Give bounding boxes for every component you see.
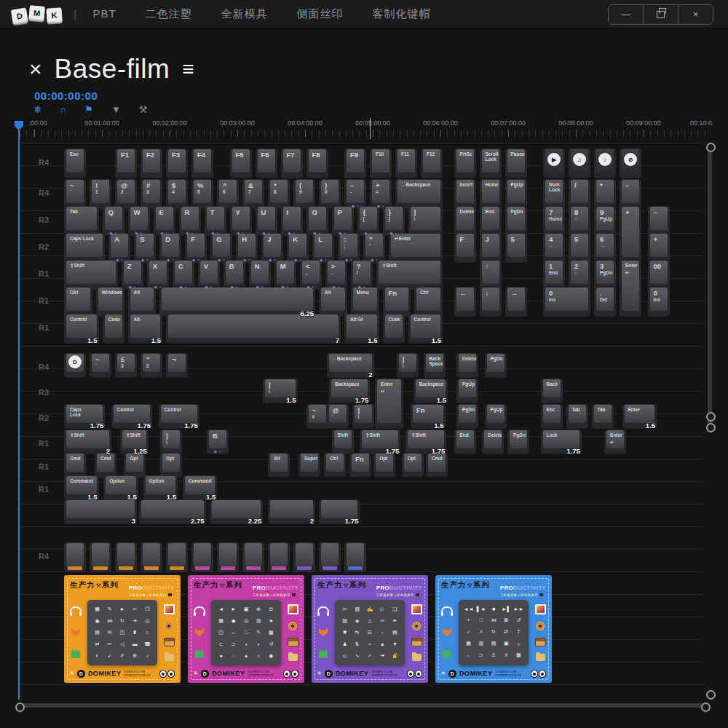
snack-icon (412, 622, 421, 630)
scroll-handle[interactable] (706, 423, 716, 432)
key-/: / (569, 179, 590, 208)
key-X: X◆ ▪ (147, 260, 169, 289)
card-header: 生产力⚒系列PRODUCTIVITY工欲善其事☺必先利其器 (70, 580, 175, 598)
key-|: |\ (397, 353, 419, 377)
key-Enter: Enter1.5 (622, 404, 657, 428)
close-button[interactable]: × (678, 5, 713, 24)
card-right-icons (287, 601, 298, 665)
key-blank: 2.25 (210, 499, 264, 523)
sequence-close-icon[interactable]: × (29, 58, 42, 80)
key-F10: F10 (370, 149, 392, 178)
key-Alt: Alt (128, 287, 157, 316)
logo-keycap: D (11, 7, 28, 24)
brand-name: DOMIKEY (88, 670, 122, 677)
card-footer: ✳DDOMIKEYDOMIKEY.COM DOMIKEY.COM.CN (441, 670, 546, 678)
eyes-icon (283, 670, 298, 678)
key-blank (115, 542, 137, 571)
key-Control: Control1.5 (64, 314, 99, 343)
ruler-timestamp: 00:01:00:00 (84, 119, 119, 127)
topbar: D M K | PBT二色注塑全新模具侧面丝印客制化键帽 — × (0, 0, 728, 29)
key-PgUp: PgUp (485, 404, 507, 428)
key-@: @2 (115, 179, 137, 208)
topbar-menu: PBT二色注塑全新模具侧面丝印客制化键帽 (92, 7, 430, 21)
topbar-divider: | (74, 7, 76, 22)
snowflake-icon[interactable]: ❄ (33, 105, 41, 114)
key-Fn: Fn1.5 (411, 404, 446, 428)
timeline-marker (370, 118, 371, 139)
key-→: → (505, 287, 527, 316)
key-O: O◆ ▪ (306, 206, 328, 235)
card-subtitle: 工欲善其事☺必先利其器 (500, 593, 546, 598)
key-F7: F7 (281, 149, 303, 178)
shield-icon[interactable]: ▼ (111, 105, 121, 114)
key-Option: Option1.5 (143, 475, 178, 499)
card-footer: ✳DDOMIKEYDOMIKEY.COM DOMIKEY.COM.CN (194, 670, 298, 678)
key-Num-Lock: Num Lock (543, 179, 565, 208)
key-Scroll-Lock: Scroll Lock (480, 149, 502, 178)
timecode[interactable]: 00:00:00:00 (34, 90, 98, 102)
product-card: 生产力⚒系列PRODUCTIVITY工欲善其事☺必先利其器▦✎►✂❐◉⋈↻➔◎▤… (64, 575, 181, 683)
fox-icon (71, 628, 81, 636)
key-Tab: Tab (592, 404, 614, 428)
key-0: 0Ins (543, 287, 590, 316)
key-A: A◆ ▪ (108, 233, 130, 262)
track-label: R3 (31, 215, 57, 224)
menu-item[interactable]: PBT (92, 7, 116, 21)
track-label: R1 (31, 269, 57, 278)
scroll-handle[interactable] (706, 143, 716, 152)
ruler-timestamp: 00:08:00:00 (558, 119, 593, 127)
headphones-icon (317, 606, 329, 614)
key-Ctrl: Ctrl (414, 287, 443, 316)
key-2: 2↓ (569, 260, 590, 289)
menu-item[interactable]: 客制化键帽 (373, 7, 431, 21)
flag-icon[interactable]: ⚑ (84, 105, 93, 114)
key-): )0 (319, 179, 341, 208)
tool-icon: ⚒ (96, 582, 101, 589)
timeline-ruler[interactable]: :00:0000:01:00:0000:02:00:0000:03:00:000… (0, 116, 728, 140)
ruler-timestamp: :00:00 (28, 119, 47, 127)
eyes-icon (159, 670, 175, 678)
minimize-button[interactable]: — (609, 5, 643, 24)
brand-name: DOMIKEY (212, 670, 245, 677)
track-label: R4 (31, 363, 57, 371)
magnet-icon[interactable]: ∩ (60, 105, 66, 114)
ruler-timestamp: 00:02:00:00 (152, 119, 187, 127)
key-Enter: Enter↵ (375, 379, 403, 428)
sparkle-icon: ✳ (317, 670, 322, 676)
wrench-icon[interactable]: ⚒ (139, 105, 148, 114)
menu-item[interactable]: 全新模具 (221, 7, 268, 21)
window-controls: — × (608, 4, 713, 25)
key-": "'◆ ▪ (363, 233, 385, 262)
snack-icon (536, 622, 545, 630)
scroll-handle[interactable] (706, 412, 716, 422)
scroll-handle[interactable] (701, 703, 711, 712)
chest-icon (288, 638, 298, 646)
menu-item[interactable]: 二色注塑 (146, 7, 192, 21)
menu-item[interactable]: 侧面丝印 (297, 7, 344, 21)
key-Pause: Pause (505, 149, 527, 178)
card-brand-block: PRODUCTIVITY工欲善其事☺必先利其器 (500, 580, 546, 598)
key-blank (191, 542, 213, 571)
product-card: 生产力⚒系列PRODUCTIVITY工欲善其事☺必先利其器◄►▣⊕⊖▦◆◎▥★◫… (188, 575, 304, 683)
fox-icon (319, 628, 328, 636)
brand-urls: DOMIKEY.COM DOMIKEY.COM.CN (124, 670, 150, 677)
scroll-handle[interactable] (706, 690, 716, 700)
key-M: M◆ ▪ (274, 260, 296, 289)
scroll-handle[interactable] (15, 703, 25, 712)
horizontal-scrollbar[interactable] (18, 703, 706, 708)
icon-grid: ◄►▣⊕⊖▦◆◎▥★◫↔□✎▩⊂⊃◖◗↺●◌▲⌂◉ (211, 600, 281, 665)
eyes-icon (407, 670, 422, 678)
key-+: +=◆ ▪ (370, 179, 392, 208)
vertical-scrollbar[interactable] (708, 143, 712, 427)
key-⇧Shift: ⇧Shift1.75 (405, 430, 446, 454)
key-blank (141, 542, 162, 571)
track-label: R1 (31, 462, 57, 471)
fox-icon (443, 628, 452, 636)
key-F2: F2 (141, 149, 162, 178)
key-Alt: Alt (268, 453, 290, 477)
restore-button[interactable] (643, 5, 678, 24)
key-E: E◆ ▪ (154, 206, 175, 235)
key-–: –-◆ ▪ (344, 179, 366, 208)
hamburger-menu-icon[interactable]: ≡ (182, 59, 194, 79)
key-V: V◆ ▪ (198, 260, 220, 289)
